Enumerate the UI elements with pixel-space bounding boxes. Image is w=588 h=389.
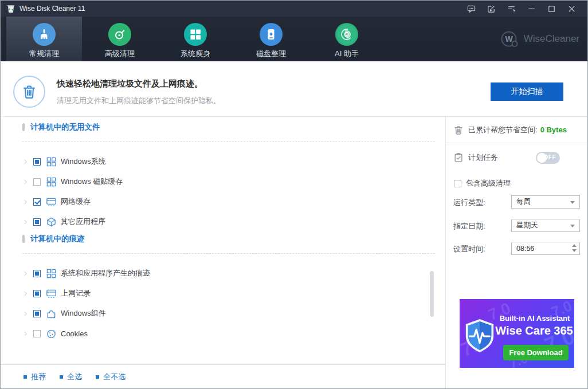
divider [22, 253, 435, 254]
checkbox[interactable] [33, 218, 41, 226]
section-header-junk-files: 计算机中的无用文件 [22, 123, 100, 132]
checkbox[interactable] [33, 330, 41, 337]
scrollbar-thumb[interactable] [430, 271, 434, 317]
minimize-icon[interactable] [522, 1, 542, 17]
ad-product-name: Wise Care 365 [495, 324, 573, 337]
tab-label: 磁盘整理 [256, 49, 286, 59]
wise-care-365-ad[interactable]: 7.0 7.0 7.0 7.0 7.0 Built-in AI Assistan… [460, 299, 574, 368]
tree-item-other-apps[interactable]: 其它应用程序 [22, 216, 105, 227]
scheduled-task-row: 计划任务 [453, 152, 498, 163]
toggle-state-label: OFF [544, 154, 556, 160]
saved-space-label: 已累计帮您节省空间: [468, 125, 538, 135]
page-header: 快速轻松地清理垃圾文件及上网痕迹。 清理无用文件和上网痕迹能够节省空间保护隐私。… [1, 61, 587, 117]
tree-item-tile-cache[interactable]: Windows 磁贴缓存 [22, 176, 123, 187]
bullet-icon [23, 375, 27, 379]
disk-defrag-icon [260, 23, 283, 46]
section-marker [22, 235, 25, 243]
chevron-down-icon [570, 201, 575, 204]
chevron-right-icon[interactable] [22, 219, 29, 225]
ad-tagline: Built-in AI Assistant [497, 314, 572, 323]
schedule-toggle[interactable]: OFF [536, 152, 560, 164]
main-navigation: 常规清理 高级清理 系统瘦身 [1, 17, 587, 61]
arrow-up-icon[interactable] [572, 244, 577, 247]
tiles-icon [46, 156, 57, 167]
close-icon[interactable] [562, 1, 582, 17]
shield-icon [463, 317, 496, 355]
chevron-right-icon[interactable] [22, 159, 29, 165]
arrow-down-icon[interactable] [572, 249, 577, 252]
select-none-link[interactable]: 全不选 [96, 372, 126, 382]
tree-item-system-traces[interactable]: 系统和应用程序产生的痕迹 [22, 268, 150, 279]
free-download-button[interactable]: Free Download [503, 345, 569, 360]
run-type-select[interactable]: 每周 [511, 195, 580, 209]
recommend-link[interactable]: 推荐 [23, 372, 46, 382]
broom-icon [33, 23, 56, 46]
menu-icon[interactable] [501, 1, 522, 17]
checkbox[interactable] [454, 180, 461, 187]
tree-item-label: Windows系统 [61, 156, 106, 167]
checkbox[interactable] [33, 290, 41, 297]
checkbox[interactable] [33, 270, 41, 277]
section-marker [22, 123, 25, 131]
web-cache-icon [46, 197, 57, 207]
tree-item-label: 其它应用程序 [61, 217, 105, 227]
select-all-link[interactable]: 全选 [60, 372, 82, 382]
set-time-input[interactable]: 08:56 [511, 242, 580, 255]
brand-name: WiseCleaner [524, 33, 579, 45]
feedback-icon[interactable] [461, 1, 481, 17]
saved-space-row: 已累计帮您节省空间: 0 Bytes [446, 117, 587, 143]
tab-ai-assistant[interactable]: AI AI 助手 [309, 17, 385, 61]
chevron-right-icon[interactable] [22, 290, 29, 297]
web-history-icon [46, 288, 57, 299]
tiles-icon [46, 268, 57, 279]
maximize-icon[interactable] [542, 1, 562, 17]
tab-label: 常规清理 [29, 49, 59, 59]
window-title: Wise Disk Cleaner 11 [19, 5, 85, 13]
tree-item-label: 系统和应用程序产生的痕迹 [61, 268, 150, 278]
checkbox[interactable] [33, 158, 41, 166]
specified-day-select[interactable]: 星期天 [511, 219, 580, 232]
trash-icon [13, 76, 45, 108]
section-header-traces: 计算机中的痕迹 [22, 234, 85, 243]
time-stepper[interactable] [572, 244, 577, 252]
cleanup-list: 计算机中的无用文件 Windows系统 Windows 磁贴缓存 网络缓存 其它… [1, 117, 445, 364]
puzzle-icon [46, 308, 57, 319]
chevron-right-icon[interactable] [22, 331, 29, 337]
tree-item-web-cache[interactable]: 网络缓存 [22, 196, 91, 207]
tree-item-label: Windows 磁贴缓存 [61, 176, 123, 187]
scheduled-task-label: 计划任务 [468, 152, 498, 163]
tree-item-cookies[interactable]: Cookies [22, 328, 88, 339]
checkbox[interactable] [33, 198, 41, 206]
wisecleaner-logo: W WiseCleaner [500, 29, 579, 49]
titlebar: Wise Disk Cleaner 11 [1, 1, 587, 17]
tree-item-windows-system[interactable]: Windows系统 [22, 156, 106, 167]
cookie-icon [46, 328, 57, 339]
run-type-row: 运行类型: [453, 198, 485, 208]
chevron-right-icon[interactable] [22, 179, 29, 185]
system-slim-icon [184, 23, 207, 46]
include-advanced-row[interactable]: 包含高级清理 [453, 178, 511, 188]
advanced-clean-icon [108, 23, 131, 46]
chevron-down-icon [570, 225, 575, 227]
include-advanced-label: 包含高级清理 [466, 178, 511, 188]
tab-disk-defrag[interactable]: 磁盘整理 [233, 17, 309, 61]
chevron-right-icon[interactable] [22, 199, 29, 205]
tab-label: 高级清理 [105, 49, 135, 59]
window-controls [461, 1, 582, 17]
tab-label: 系统瘦身 [181, 49, 210, 59]
chevron-right-icon[interactable] [22, 311, 29, 317]
register-icon[interactable] [481, 1, 501, 17]
start-scan-button[interactable]: 开始扫描 [491, 82, 563, 101]
tree-item-web-history[interactable]: 上网记录 [22, 288, 91, 299]
chevron-right-icon[interactable] [22, 270, 29, 277]
page-title: 快速轻松地清理垃圾文件及上网痕迹。 [57, 78, 203, 89]
tree-item-windows-components[interactable]: Windows组件 [22, 308, 106, 319]
tab-regular-clean[interactable]: 常规清理 [6, 17, 82, 61]
tree-item-label: Windows组件 [61, 308, 106, 319]
app-icon [6, 4, 15, 13]
tab-system-slim[interactable]: 系统瘦身 [158, 17, 233, 61]
checkbox[interactable] [33, 310, 41, 317]
checkbox[interactable] [33, 178, 41, 186]
bullet-icon [60, 375, 63, 379]
tab-advanced-clean[interactable]: 高级清理 [82, 17, 158, 61]
